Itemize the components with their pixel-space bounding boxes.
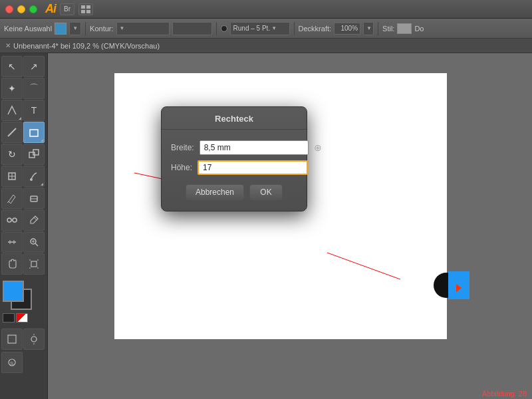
rotate-tool[interactable]: ↻ [1,144,23,165]
scale-icon [29,149,39,160]
shear-tool[interactable] [1,166,23,187]
stroke-label: Kontur: [90,25,113,33]
direct-selection-tool[interactable]: ↗ [23,56,45,77]
fill-swatch[interactable] [55,23,66,35]
shear-icon [7,171,17,182]
height-input[interactable] [198,160,308,175]
ok-button[interactable]: OK [249,184,283,200]
svg-point-16 [13,218,17,222]
figure-label: Abbildung: 28 [482,390,527,398]
eyedropper-tool[interactable] [23,209,45,231]
magic-wand-tool[interactable]: ✦ [1,78,23,99]
svg-line-4 [8,128,16,136]
line-tool[interactable] [1,122,23,143]
dialog-title: Rechteck [162,107,307,130]
tool-corner [41,183,43,186]
style-label: Stil: [382,25,394,33]
mini-none-swatch[interactable] [3,313,15,323]
svg-line-12 [7,201,9,203]
opacity-input[interactable] [334,23,360,35]
opacity-label: Deckkraft: [299,25,332,33]
status-bar: Abbildung: 28 [477,388,532,399]
brush-arrow-icon: ▼ [271,25,277,31]
svg-rect-2 [81,10,85,13]
symbol-icon: S [7,357,17,368]
app-logo: Ai [45,2,56,16]
pencil-tool[interactable] [1,188,23,209]
bridge-icon[interactable]: Br [60,3,74,15]
maximize-button[interactable] [29,5,37,13]
brush-dropdown[interactable]: Rund – 5 Pt. ▼ [230,22,290,35]
mini-none-icon[interactable] [16,313,28,323]
hand-icon [7,259,17,269]
selection-label: Keine Auswahl [4,25,52,33]
view-options-icon[interactable] [78,3,93,15]
dialog-overlay: Rechteck Breite: ⊕ Höhe: Abbrechen OK [48,53,532,399]
selection-tool[interactable]: ↖ [1,56,23,77]
tool-row-9 [1,231,46,253]
bridge-label: Br [64,5,70,13]
zoom-tool[interactable] [23,231,45,253]
width-row: Breite: ⊕ [162,138,307,158]
paintbrush-tool[interactable] [23,166,45,187]
change-screen-mode[interactable] [1,329,23,350]
fill-arrow-icon: ▼ [72,25,78,31]
tool-row-8 [1,209,46,231]
eyedropper-icon [29,215,39,225]
artboard-tool[interactable] [23,253,45,275]
svg-rect-1 [86,5,90,9]
separator-3 [294,22,295,35]
height-label: Höhe: [171,163,192,172]
tool-corner [19,117,21,120]
rectangle-tool[interactable] [23,122,45,143]
width-input[interactable] [200,140,309,155]
rechteck-dialog: Rechteck Breite: ⊕ Höhe: Abbrechen OK [161,106,307,211]
tool-row-5: ↻ [1,144,46,165]
svg-rect-3 [86,10,90,13]
toolbar: Keine Auswahl ▼ Kontur: ▼ Rund – 5 Pt. ▼… [0,19,532,39]
separator-4 [378,22,378,35]
extra-options[interactable] [23,329,45,350]
symbol-tool[interactable]: S [1,352,23,373]
more-label: Do [414,25,424,33]
fill-dropdown[interactable]: ▼ [69,22,81,35]
selection-indicator: Keine Auswahl [4,25,52,33]
color-stack[interactable] [3,281,32,310]
blend-tool[interactable] [1,209,23,231]
blend-icon [7,215,17,225]
style-swatch[interactable] [397,23,412,34]
hand-tool[interactable] [1,253,23,275]
pen-tool[interactable] [1,100,23,121]
separator-2 [216,22,217,35]
lasso-tool[interactable]: ⌒ [23,78,45,99]
tool-row-bottom-2: S [1,352,46,373]
link-proportions-icon[interactable]: ⊕ [314,142,322,153]
paintbrush-icon [29,171,39,182]
stroke-dropdown[interactable]: ▼ [116,22,170,35]
brush-label: Rund – 5 Pt. [233,25,271,32]
height-row: Höhe: [162,158,307,178]
svg-text:S: S [10,360,13,366]
svg-line-18 [34,217,37,220]
measure-tool[interactable] [1,231,23,253]
grid-icon [81,5,90,13]
scale-tool[interactable] [23,144,45,165]
foreground-color-swatch[interactable] [3,281,24,302]
brush-indicator [221,25,227,32]
opacity-dropdown[interactable]: ▼ [363,22,374,35]
screen-mode-icon [7,334,17,344]
stroke-size-dropdown[interactable] [172,22,212,35]
minimize-button[interactable] [17,5,25,13]
stroke-arrow-icon: ▼ [120,25,125,31]
type-tool[interactable]: T [23,100,45,121]
close-button[interactable] [5,5,13,13]
pencil-icon [7,193,17,203]
tool-row-10 [1,253,46,275]
document-tab[interactable]: ✕ Unbenannt-4* bei 109,2 % (CMYK/Vorscha… [0,39,532,53]
eraser-tool[interactable] [23,188,45,209]
titlebar: Ai Br [0,0,532,19]
document-tab-label: Unbenannt-4* bei 109,2 % (CMYK/Vorschau) [13,42,160,50]
tab-close-icon[interactable]: ✕ [5,42,11,49]
cancel-button[interactable]: Abbrechen [186,184,244,200]
tool-row-bottom-1 [1,329,46,350]
